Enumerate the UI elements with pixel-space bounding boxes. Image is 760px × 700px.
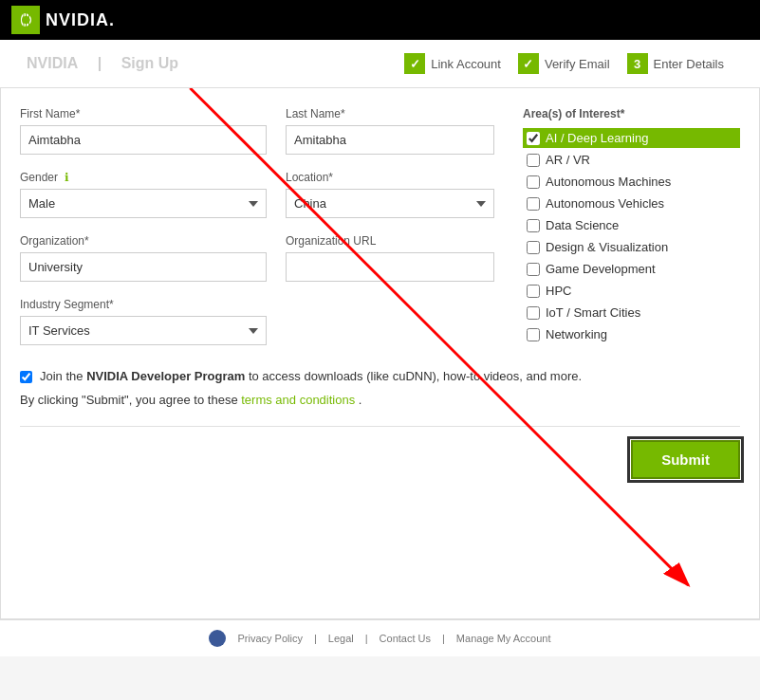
org-url-group: Organization URL [286, 234, 494, 282]
footer-icon-fb [209, 630, 226, 647]
interest-gd-label: Game Development [546, 262, 656, 276]
footer-legal[interactable]: Legal [328, 633, 354, 644]
page-subtitle: Sign Up [121, 55, 178, 71]
interest-am-checkbox[interactable] [527, 175, 540, 189]
interests-panel: Area(s) of Interest* AI / Deep Learning … [513, 107, 740, 346]
consent-row: Join the NVIDIA Developer Program to acc… [20, 369, 740, 383]
interest-iot-checkbox[interactable] [527, 306, 540, 320]
interest-am-label: Autonomous Machines [546, 175, 671, 189]
step2-check-icon: ✓ [518, 53, 539, 74]
terms-line: By clicking "Submit", you agree to these… [20, 393, 740, 407]
interest-dv-checkbox[interactable] [527, 241, 540, 254]
interest-am[interactable]: Autonomous Machines [523, 172, 740, 192]
industry-label: Industry Segment* [20, 298, 494, 311]
interest-gd[interactable]: Game Development [523, 259, 740, 279]
form-grid: First Name* Last Name* Area(s) of Intere… [20, 107, 740, 346]
nvidia-logo: NVIDIA. [11, 6, 115, 34]
interest-gd-checkbox[interactable] [527, 263, 540, 276]
interest-iot[interactable]: IoT / Smart Cities [523, 303, 740, 322]
interest-net-checkbox[interactable] [527, 328, 540, 341]
last-name-group: Last Name* [286, 107, 494, 155]
nvidia-text: NVIDIA. [46, 10, 115, 30]
gender-group: Gender ℹ Male Female Other [20, 171, 267, 218]
steps-bar: NVIDIA | Sign Up ✓ Link Account ✓ Verify… [0, 40, 760, 88]
footer-sep1: | [314, 633, 317, 644]
last-name-input[interactable] [286, 125, 494, 155]
interest-ar[interactable]: AR / VR [523, 150, 740, 170]
org-url-label: Organization URL [286, 234, 494, 248]
step-link-account: ✓ Link Account [404, 53, 501, 74]
step2-label: Verify Email [545, 57, 610, 71]
interest-net-label: Networking [546, 327, 607, 341]
interest-av-label: Autonomous Vehicles [546, 196, 664, 211]
interest-av[interactable]: Autonomous Vehicles [523, 193, 740, 213]
step-enter-details: 3 Enter Details [627, 53, 724, 74]
step1-label: Link Account [431, 57, 501, 71]
steps-container: ✓ Link Account ✓ Verify Email 3 Enter De… [404, 53, 741, 74]
interest-hpc-label: HPC [546, 284, 571, 298]
program-name: NVIDIA Developer Program [86, 369, 245, 383]
step1-check-icon: ✓ [404, 53, 425, 74]
interest-iot-label: IoT / Smart Cities [546, 305, 640, 320]
footer-sep2: | [365, 633, 368, 644]
separator: | [98, 55, 102, 71]
location-label: Location* [286, 171, 494, 184]
interest-ds-checkbox[interactable] [527, 219, 540, 232]
submit-area: Submit [20, 426, 740, 479]
site-title: NVIDIA | Sign Up [19, 55, 186, 72]
brand-name: NVIDIA [27, 55, 78, 71]
location-select[interactable]: China United States India Other [286, 189, 494, 218]
footer-sep3: | [442, 633, 445, 644]
interest-ai-checkbox[interactable] [527, 132, 540, 145]
location-group: Location* China United States India Othe… [286, 171, 494, 218]
org-url-input[interactable] [286, 252, 494, 282]
industry-group: Industry Segment* IT Services Education … [20, 298, 494, 345]
first-name-input[interactable] [20, 125, 267, 155]
consent-checkbox[interactable] [20, 371, 32, 383]
consent-text: Join the NVIDIA Developer Program to acc… [40, 369, 582, 383]
step-verify-email: ✓ Verify Email [518, 53, 610, 74]
interest-dv-label: Design & Visualization [546, 240, 668, 254]
organization-label: Organization* [20, 234, 267, 248]
first-name-label: First Name* [20, 107, 267, 120]
gender-label: Gender ℹ [20, 171, 267, 184]
interest-ar-label: AR / VR [546, 153, 590, 167]
last-name-label: Last Name* [286, 107, 494, 120]
interest-av-checkbox[interactable] [527, 197, 540, 211]
interest-net[interactable]: Networking [523, 324, 740, 344]
footer-manage[interactable]: Manage My Account [456, 633, 551, 644]
step3-label: Enter Details [654, 57, 724, 71]
interest-ar-checkbox[interactable] [527, 154, 540, 167]
gender-select[interactable]: Male Female Other [20, 189, 267, 218]
terms-link[interactable]: terms and conditions [241, 393, 355, 407]
gender-info-icon: ℹ [65, 171, 69, 184]
footer-bar: Privacy Policy | Legal | Contact Us | Ma… [0, 619, 760, 656]
interest-dv[interactable]: Design & Visualization [523, 237, 740, 257]
organization-input[interactable] [20, 252, 267, 282]
interest-ds-label: Data Science [546, 218, 619, 232]
organization-group: Organization* [20, 234, 267, 282]
top-bar: NVIDIA. [0, 0, 760, 40]
interest-ai-label: AI / Deep Learning [546, 131, 648, 145]
interest-ai[interactable]: AI / Deep Learning [523, 128, 740, 148]
logo-box [11, 6, 40, 34]
interest-hpc[interactable]: HPC [523, 281, 740, 301]
footer-privacy[interactable]: Privacy Policy [237, 633, 302, 644]
main-content: First Name* Last Name* Area(s) of Intere… [0, 88, 760, 619]
interest-ds[interactable]: Data Science [523, 215, 740, 235]
footer-contact[interactable]: Contact Us [380, 633, 431, 644]
industry-select[interactable]: IT Services Education Healthcare Finance… [20, 316, 267, 345]
submit-button[interactable]: Submit [631, 440, 740, 479]
first-name-group: First Name* [20, 107, 267, 155]
step3-number: 3 [627, 53, 648, 74]
interest-hpc-checkbox[interactable] [527, 285, 540, 298]
interests-label: Area(s) of Interest* [523, 107, 740, 120]
